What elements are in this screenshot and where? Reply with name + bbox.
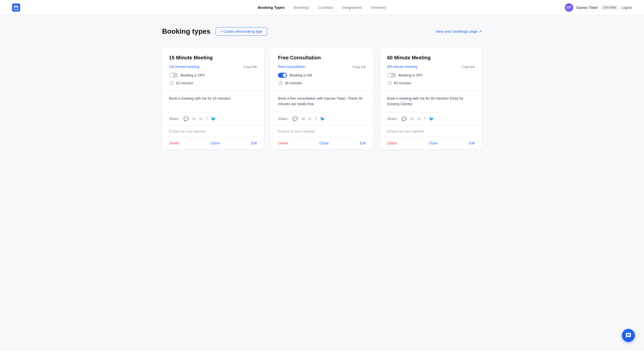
logo-icon (12, 4, 20, 12)
fab-chat-button[interactable] (622, 329, 635, 342)
chat-share-icon-2[interactable]: 💬 (293, 116, 298, 122)
toggle-row-1: Booking is OFF (169, 73, 257, 78)
linkedin-share-icon-3[interactable]: in (417, 116, 421, 122)
card-slug-1[interactable]: /15-minute-meeting (169, 65, 199, 69)
nav-right: GT Gaurav Tiwari LIFETIME Logout (565, 3, 632, 12)
facebook-share-icon-2[interactable]: f (315, 116, 316, 122)
toggle-label-3: Booking is OFF (399, 73, 423, 77)
card-embed-2[interactable]: Embed on your website (271, 126, 373, 137)
linkedin-share-icon-1[interactable]: in (199, 116, 203, 122)
card-60-minute: 60 Minute Meeting /60-minute-meeting Cop… (380, 48, 482, 149)
facebook-share-icon-3[interactable]: f (424, 116, 425, 122)
clock-icon-2: 🕐 (278, 81, 283, 85)
card-15-minute: 15 Minute Meeting /15-minute-meeting Cop… (162, 48, 264, 149)
clone-button-2[interactable]: Clone (319, 141, 329, 145)
edit-button-1[interactable]: Edit (251, 141, 257, 145)
svg-rect-0 (14, 6, 18, 10)
card-share-2: Share: 💬 ✉ in f 🐦 (271, 112, 373, 126)
twitter-share-icon-3[interactable]: 🐦 (429, 116, 434, 122)
card-description-2: Book a free consultation with Gaurav Tiw… (271, 91, 373, 112)
avatar: GT (565, 3, 573, 12)
share-icons-1: 💬 ✉ in f 🐦 (183, 116, 216, 122)
copy-link-1[interactable]: Copy link (244, 65, 257, 69)
nav-integrations[interactable]: Integrations (342, 5, 362, 10)
create-booking-type-button[interactable]: + Create new booking type (216, 27, 267, 36)
linkedin-share-icon-2[interactable]: in (308, 116, 312, 122)
user-name: Gaurav Tiwari (576, 6, 598, 10)
card-title-3: 60 Minute Meeting (387, 55, 475, 61)
clone-button-1[interactable]: Clone (211, 141, 220, 145)
card-embed-1[interactable]: Embed on your website (162, 126, 264, 137)
toggle-label-1: Booking is OFF (181, 73, 205, 77)
share-icons-2: 💬 ✉ in f 🐦 (293, 116, 325, 122)
card-link-row-2: /free-consultation Copy link (278, 65, 366, 69)
page-title: Booking types (162, 27, 211, 35)
clock-icon-1: 🕐 (169, 81, 174, 85)
nav-directory[interactable]: Directory (371, 5, 386, 10)
twitter-share-icon-2[interactable]: 🐦 (320, 116, 325, 122)
view-bookings-link[interactable]: View your bookings page ↗ (435, 29, 482, 34)
duration-text-1: 15 minutes (176, 81, 193, 85)
card-top-3: 60 Minute Meeting /60-minute-meeting Cop… (380, 48, 482, 91)
card-free-consultation: Free Consultation /free-consultation Cop… (271, 48, 373, 149)
booking-toggle-3[interactable] (387, 73, 396, 78)
nav-links: Booking Types Bookings Contacts Integrat… (258, 5, 386, 10)
share-label-1: Share: (169, 117, 179, 121)
delete-button-2[interactable]: Delete (278, 141, 288, 145)
duration-text-2: 30 minutes (285, 81, 302, 85)
toggle-row-2: Booking is ON (278, 73, 366, 78)
booking-toggle-2[interactable] (278, 73, 287, 78)
cards-grid: 15 Minute Meeting /15-minute-meeting Cop… (162, 48, 482, 149)
toggle-label-2: Booking is ON (290, 73, 312, 77)
card-actions-1: Delete Clone Edit (162, 137, 264, 149)
card-description-1: Book a meeting with me for 15 minutes! (162, 91, 264, 112)
share-icons-3: 💬 ✉ in f 🐦 (401, 116, 434, 122)
facebook-share-icon-1[interactable]: f (206, 116, 207, 122)
email-share-icon-3[interactable]: ✉ (410, 116, 414, 122)
card-description-3: Book a meeting with me for 60 minutes! (… (380, 91, 482, 112)
card-top-2: Free Consultation /free-consultation Cop… (271, 48, 373, 91)
navbar: Booking Types Bookings Contacts Integrat… (0, 0, 644, 15)
nav-bookings[interactable]: Bookings (294, 5, 309, 10)
edit-button-3[interactable]: Edit (469, 141, 475, 145)
copy-link-3[interactable]: Copy link (462, 65, 475, 69)
delete-button-3[interactable]: Delete (387, 141, 397, 145)
chat-share-icon-3[interactable]: 💬 (401, 116, 407, 122)
card-title-1: 15 Minute Meeting (169, 55, 257, 61)
duration-row-3: 🕐 60 minutes (387, 81, 475, 85)
toggle-row-3: Booking is OFF (387, 73, 475, 78)
duration-text-3: 60 minutes (394, 81, 411, 85)
email-share-icon-1[interactable]: ✉ (192, 116, 196, 122)
nav-contacts[interactable]: Contacts (318, 5, 333, 10)
share-label-2: Share: (278, 117, 288, 121)
duration-row-1: 🕐 15 minutes (169, 81, 257, 85)
card-share-1: Share: 💬 ✉ in f 🐦 (162, 112, 264, 126)
card-actions-3: Delete Clone Edit (380, 137, 482, 149)
copy-link-2[interactable]: Copy link (352, 65, 366, 69)
card-title-2: Free Consultation (278, 55, 366, 61)
card-top-1: 15 Minute Meeting /15-minute-meeting Cop… (162, 48, 264, 91)
twitter-share-icon-1[interactable]: 🐦 (211, 116, 216, 122)
card-slug-3[interactable]: /60-minute-meeting (387, 65, 418, 69)
card-actions-2: Delete Clone Edit (271, 137, 373, 149)
card-share-3: Share: 💬 ✉ in f 🐦 (380, 112, 482, 126)
lifetime-badge: LIFETIME (601, 5, 618, 10)
email-share-icon-2[interactable]: ✉ (301, 116, 305, 122)
page-header: Booking types + Create new booking type … (162, 27, 482, 36)
card-link-row-3: /60-minute-meeting Copy link (387, 65, 475, 69)
chat-share-icon-1[interactable]: 💬 (183, 116, 189, 122)
delete-button-1[interactable]: Delete (169, 141, 179, 145)
booking-toggle-1[interactable] (169, 73, 178, 78)
main-content: Booking types + Create new booking type … (146, 15, 498, 161)
share-label-3: Share: (387, 117, 397, 121)
card-embed-3[interactable]: Embed on your website (380, 126, 482, 137)
clone-button-3[interactable]: Clone (428, 141, 438, 145)
page-header-left: Booking types + Create new booking type (162, 27, 267, 36)
card-slug-2[interactable]: /free-consultation (278, 65, 305, 69)
clock-icon-3: 🕐 (387, 81, 392, 85)
nav-booking-types[interactable]: Booking Types (258, 5, 285, 10)
card-link-row-1: /15-minute-meeting Copy link (169, 65, 257, 69)
logout-button[interactable]: Logout (621, 6, 632, 10)
edit-button-2[interactable]: Edit (360, 141, 366, 145)
duration-row-2: 🕐 30 minutes (278, 81, 366, 85)
